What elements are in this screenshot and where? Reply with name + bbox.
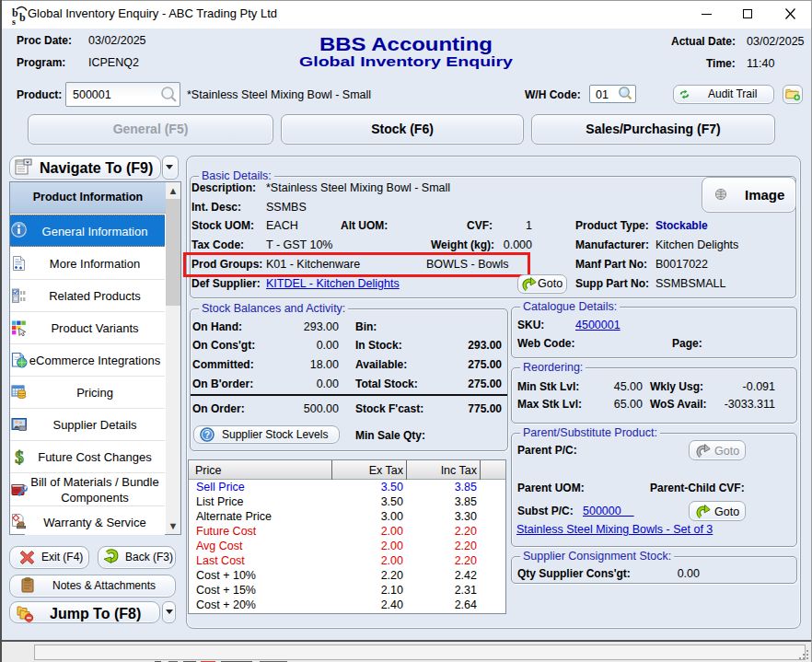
svg-text:?: ? xyxy=(204,430,210,440)
svg-text:s: s xyxy=(12,17,16,26)
svg-text:$: $ xyxy=(15,448,24,465)
svg-text:b: b xyxy=(19,11,26,24)
